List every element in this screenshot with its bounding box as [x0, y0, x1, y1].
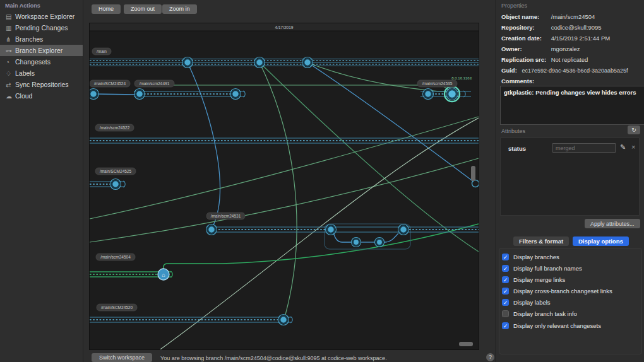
- attributes-box: status ✎ ×: [500, 137, 640, 216]
- version-label[interactable]: 8.0.16.3163: [451, 76, 472, 80]
- branch-label-main[interactable]: /main: [92, 48, 111, 55]
- changeset-node: [230, 89, 241, 100]
- changeset-node: [352, 238, 361, 247]
- changeset-node: [326, 225, 337, 235]
- branch-label-scm24535[interactable]: /main/scm24535: [417, 80, 457, 87]
- sidebar-item-cloud[interactable]: ☁ Cloud: [0, 90, 83, 102]
- checkbox-icon[interactable]: [502, 254, 509, 260]
- guid-value: ec17e592-d9ac-4536-b6cd-3a20aab5a25f: [522, 67, 628, 74]
- checkbox-icon[interactable]: [502, 322, 509, 329]
- branch-rail-scm24531[interactable]: [207, 224, 479, 249]
- vertical-scrollbar-thumb[interactable]: [471, 166, 475, 181]
- changeset-node: [182, 57, 193, 68]
- option-display-only-relevant-changesets[interactable]: Display only relevant changesets: [502, 321, 601, 330]
- branch-label-scm24522[interactable]: /main/scm24522: [95, 124, 134, 131]
- branches-icon: ⋔: [6, 36, 15, 43]
- svg-text:/main/scm24491: /main/scm24491: [140, 81, 170, 86]
- apply-attributes-button[interactable]: Apply attributes...: [585, 219, 640, 228]
- changeset-node: [278, 315, 289, 325]
- branch-diagram: 4/17/2019: [90, 23, 479, 349]
- option-display-cross-branch-changeset-links[interactable]: Display cross-branch changeset links: [502, 286, 612, 295]
- tab-filters-format[interactable]: Filters & format: [513, 236, 569, 246]
- status-message: You are browsing branch /main/scm24504@c…: [160, 355, 387, 361]
- refresh-attributes-button[interactable]: ↻: [628, 126, 640, 134]
- sidebar-item-pending-changes[interactable]: ▥ Pending Changes: [0, 22, 83, 33]
- switch-workspace-button[interactable]: Switch workspace: [92, 353, 152, 362]
- changeset-node: [398, 225, 409, 235]
- changeset-nodes[interactable]: ⌂: [90, 57, 479, 325]
- svg-text:/main/SCM24520: /main/SCM24520: [101, 305, 133, 310]
- property-row: Repository: codice@skull:9095: [501, 24, 602, 31]
- svg-text:/main/scm24531: /main/scm24531: [211, 214, 241, 218]
- checkbox-icon[interactable]: [502, 310, 509, 317]
- labels-icon: ♢: [6, 70, 15, 77]
- branch-rail-main[interactable]: [90, 59, 479, 66]
- refresh-icon: ↻: [631, 127, 636, 133]
- attribute-value-input[interactable]: [552, 143, 616, 153]
- branch-rail-scm24524[interactable]: [95, 91, 245, 97]
- svg-text:/main/scm24522: /main/scm24522: [100, 126, 130, 130]
- checkbox-icon[interactable]: [502, 299, 509, 306]
- sidebar-item-branch-explorer[interactable]: ⊶ Branch Explorer: [0, 45, 83, 56]
- sidebar-item-sync-repositories[interactable]: ⇄ Sync Repositories: [0, 79, 83, 90]
- delete-attribute-icon[interactable]: ×: [631, 143, 635, 151]
- branch-label-scm24525[interactable]: /main/SCM24525: [95, 168, 136, 175]
- changesets-icon: ◔: [6, 59, 15, 66]
- sidebar-item-workspace-explorer[interactable]: ▤ Workspace Explorer: [0, 11, 83, 22]
- property-row: Object name: /main/scm24504: [501, 13, 595, 20]
- property-row: Creation date: 4/15/2019 2:51:44 PM: [501, 35, 610, 42]
- svg-text:/main: /main: [97, 49, 107, 54]
- home-icon: ⌂: [162, 272, 165, 278]
- date-header: 4/17/2019: [275, 25, 294, 30]
- property-row: Replication src: Not replicated: [501, 56, 588, 63]
- horizontal-scrollbar-thumb[interactable]: [459, 342, 473, 346]
- sidebar: Main Actions ▤ Workspace Explorer ▥ Pend…: [0, 0, 83, 362]
- branch-explorer-canvas[interactable]: 4/17/2019: [89, 23, 479, 350]
- tab-display-options[interactable]: Display options: [573, 236, 629, 246]
- option-display-labels[interactable]: Display labels: [502, 298, 551, 307]
- replication-src-value: Not replicated: [551, 56, 588, 63]
- edge-changeset-node: [472, 180, 479, 187]
- zoom-out-button[interactable]: Zoom out: [124, 4, 162, 14]
- zoom-in-button[interactable]: Zoom in: [162, 4, 197, 14]
- changeset-node: [110, 179, 121, 190]
- svg-text:/main/scm24535: /main/scm24535: [422, 81, 453, 86]
- workspace-home-node: ⌂: [158, 269, 169, 280]
- checkbox-icon[interactable]: [502, 265, 509, 272]
- branch-label-scm24524[interactable]: /main/SCM24524: [90, 80, 130, 87]
- pending-changes-icon: ▥: [6, 25, 15, 32]
- option-display-full-branch-names[interactable]: Display full branch names: [502, 264, 582, 272]
- sync-repositories-icon: ⇄: [6, 81, 15, 88]
- branch-label-scm24531[interactable]: /main/scm24531: [206, 213, 245, 219]
- sidebar-item-branches[interactable]: ⋔ Branches: [0, 33, 83, 45]
- merge-links: [90, 62, 479, 349]
- comments-box[interactable]: gtkplastic: Pending changes view hides e…: [500, 86, 644, 125]
- changeset-node: [206, 225, 217, 235]
- checkbox-icon[interactable]: [502, 288, 509, 295]
- changeset-node: [375, 238, 385, 247]
- sidebar-item-labels[interactable]: ♢ Labels: [0, 67, 83, 79]
- attributes-header: Attributes: [501, 128, 525, 134]
- cloud-icon: ☁: [6, 93, 15, 100]
- help-icon[interactable]: ?: [486, 353, 494, 361]
- property-row: Guid: ec17e592-d9ac-4536-b6cd-3a20aab5a2…: [501, 67, 628, 74]
- object-name-value: /main/scm24504: [551, 13, 595, 20]
- home-button[interactable]: Home: [92, 4, 121, 14]
- selected-changeset-node: [444, 86, 460, 102]
- repository-value: codice@skull:9095: [551, 24, 602, 31]
- sidebar-item-changesets[interactable]: ◔ Changesets: [0, 56, 83, 67]
- svg-text:/main/SCM24524: /main/SCM24524: [94, 81, 126, 86]
- checkbox-icon[interactable]: [502, 276, 509, 283]
- edit-attribute-icon[interactable]: ✎: [620, 143, 626, 151]
- option-display-branch-task-info[interactable]: Display branch task info: [502, 309, 577, 318]
- changeset-node: [302, 57, 313, 68]
- properties-panel: Properties Object name: /main/scm24504 R…: [495, 0, 644, 362]
- comments-text: gtkplastic: Pending changes view hides e…: [504, 89, 636, 96]
- option-display-branches[interactable]: Display branches: [502, 252, 559, 261]
- changeset-node: [134, 89, 145, 100]
- branch-label-scm24520[interactable]: /main/SCM24520: [97, 304, 137, 311]
- branch-rail-scm24520[interactable]: [90, 317, 292, 323]
- branch-label-scm24491[interactable]: /main/scm24491: [134, 80, 174, 87]
- option-display-merge-links[interactable]: Display merge links: [502, 275, 565, 284]
- branch-label-scm24504[interactable]: /main/scm24504: [96, 254, 135, 260]
